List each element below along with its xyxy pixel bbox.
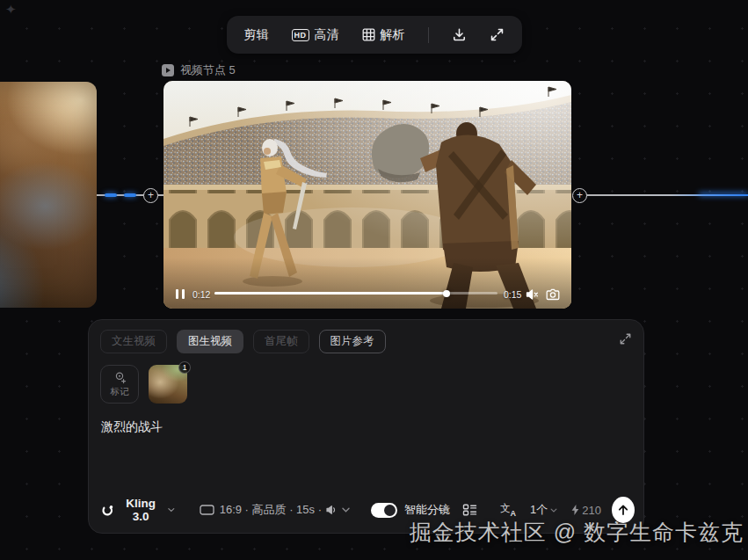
node-label-text: 视频节点 5 [180,62,236,78]
storyboard-list-icon [462,503,477,517]
kling-logo-icon [101,503,113,518]
smart-storyboard-toggle[interactable] [371,503,397,518]
chevron-down-icon [168,507,175,513]
count-selector[interactable]: 1个 [530,502,557,518]
translate-icon: 文 A [500,503,516,517]
output-settings-selector[interactable]: 16:9 · 高品质 · 15s · [200,502,350,518]
pin-plus-icon [113,371,127,384]
model-name: Kling 3.0 [120,497,162,523]
smart-storyboard-control: 智能分镜 [371,502,450,518]
tab-text-to-video[interactable]: 文生视频 [100,330,167,353]
video-player-node[interactable]: 0:12 0:15 [163,81,571,309]
generation-panel: 文生视频 图生视频 首尾帧 图片参考 标记 1 激烈的战斗 Kling 3.0 … [88,319,644,534]
mode-tabs: 文生视频 图生视频 首尾帧 图片参考 [100,330,386,353]
fullscreen-button[interactable] [490,27,505,42]
chevron-down-icon [550,508,557,513]
edit-button[interactable]: 剪辑 [244,27,269,43]
connector-dash [105,193,117,197]
lightning-icon [571,505,579,515]
mark-label: 标记 [111,386,129,398]
hd-icon: HD [292,29,309,41]
mute-button[interactable] [526,288,539,301]
tab-image-to-video[interactable]: 图生视频 [177,330,243,353]
reference-image-thumbnail[interactable]: 1 [149,365,187,404]
canvas-background: ✦ 剪辑 HD 高清 解析 视频节点 5 + + [0,0,748,560]
credits-cost: 210 [571,504,601,517]
settings-summary: 16:9 · 高品质 · 15s · [220,502,322,518]
aspect-ratio-icon [200,505,214,515]
parse-button[interactable]: 解析 [362,27,405,43]
speaker-icon [326,505,338,515]
hd-label: 高清 [315,27,339,43]
download-icon [452,27,467,42]
previous-node-thumbnail[interactable] [0,82,97,308]
total-time: 0:15 [504,289,521,300]
storyboard-list-button[interactable] [462,503,477,517]
panel-expand-button[interactable] [619,332,632,345]
seek-bar[interactable] [214,292,497,295]
prompt-text[interactable]: 激烈的战斗 [101,419,163,435]
video-node-toolbar: 剪辑 HD 高清 解析 [227,16,522,54]
up-arrow-icon [617,504,629,516]
snapshot-button[interactable] [546,288,560,301]
play-icon [162,64,174,76]
mark-button[interactable]: 标记 [100,365,139,404]
edit-label: 剪辑 [244,27,269,43]
tab-image-reference[interactable]: 图片参考 [319,330,386,353]
credits-value: 210 [582,504,601,517]
pause-button[interactable] [176,289,185,299]
expand-icon [619,332,632,345]
seek-fill [214,292,447,295]
player-controls-shade [163,258,571,309]
speaker-muted-icon [526,288,539,301]
camera-icon [546,288,560,301]
toolbar-divider [428,27,429,43]
smart-storyboard-label: 智能分镜 [404,502,450,518]
chevron-down-icon [342,507,350,513]
parse-label: 解析 [381,27,405,43]
sparkle-icon: ✦ [5,2,17,18]
current-time: 0:12 [192,289,210,300]
download-button[interactable] [452,27,467,42]
tab-first-last-frame[interactable]: 首尾帧 [253,330,309,353]
video-node-label: 视频节点 5 [162,62,236,78]
connector-dash [124,193,136,197]
model-selector[interactable]: Kling 3.0 [101,497,175,523]
expand-icon [490,27,505,42]
thumbnail-count-badge: 1 [178,361,191,374]
connector-glow [699,193,748,196]
add-node-right-button[interactable]: + [572,188,587,203]
hd-upscale-button[interactable]: HD 高清 [292,27,339,43]
add-node-left-button[interactable]: + [143,188,158,203]
translate-button[interactable]: 文 A [500,503,516,517]
watermark: 掘金技术社区 @ 数字生命卡兹克 [410,518,744,547]
count-label: 1个 [530,502,548,518]
grid-icon [362,28,375,41]
submit-button[interactable] [612,497,635,523]
seek-handle[interactable] [443,290,450,297]
